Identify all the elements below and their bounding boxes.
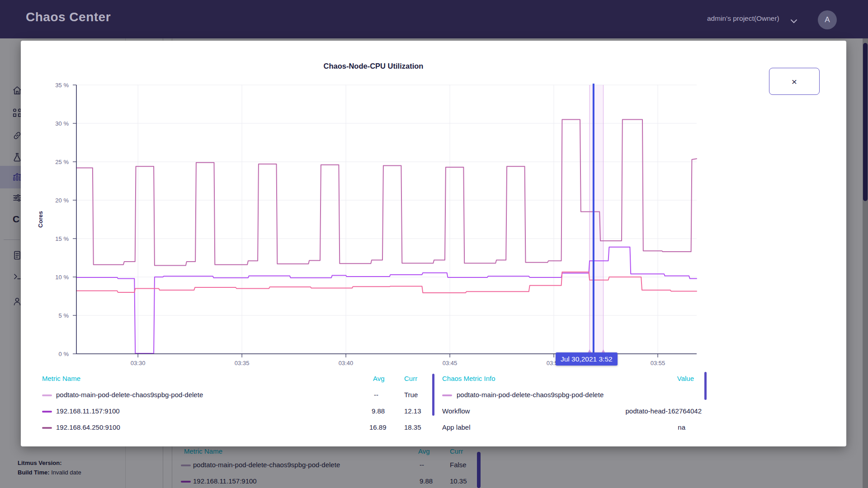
y-tick-label: 25 % [55, 159, 69, 165]
y-tick-label: 15 % [55, 235, 69, 242]
project-selector[interactable]: admin's project(Owner) [707, 14, 779, 23]
app-label-value: na [550, 423, 685, 431]
chart-cursor-tooltip: Jul 30,2021 3:52 [556, 352, 618, 366]
y-axis-title: Cores [37, 211, 44, 228]
series-dash [42, 411, 52, 413]
legend-scrollbar[interactable] [432, 374, 434, 416]
legend-row-label: podtato-main-pod-delete-chaos9spbg-pod-d… [56, 391, 203, 399]
y-tick-label: 30 % [55, 120, 69, 127]
chevron-down-icon[interactable] [790, 17, 797, 25]
col-chaos-metric-info: Chaos Metric Info [442, 375, 495, 382]
series-line-0 [76, 120, 697, 266]
y-tick-label: 35 % [55, 82, 69, 89]
avatar[interactable]: A [818, 10, 837, 29]
x-tick-label: 03:35 [235, 360, 250, 366]
series-dash [42, 394, 52, 396]
legend-row-curr: 18.35 [404, 423, 421, 431]
legend-row-curr: 12.13 [404, 407, 421, 415]
x-tick-label: 03:40 [339, 360, 354, 366]
series-dash [442, 394, 452, 396]
legend-row-avg: -- [374, 391, 378, 399]
y-tick-label: 10 % [55, 274, 69, 281]
col-avg: Avg [373, 375, 385, 382]
close-button[interactable]: × [769, 68, 820, 95]
app-label-label: App label [442, 423, 471, 431]
app-header: Chaos Center admin's project(Owner) A [0, 0, 868, 38]
col-curr: Curr [404, 375, 417, 382]
col-value: Value [649, 375, 694, 382]
legend-row-avg: 16.89 [369, 423, 387, 431]
y-tick-label: 0 % [59, 351, 69, 357]
app-title: Chaos Center [26, 10, 111, 24]
x-tick-label: 03:30 [131, 360, 146, 366]
close-icon: × [792, 77, 797, 86]
y-tick-label: 5 % [59, 312, 69, 319]
node-cpu-utilization-modal: Chaos-Node-CPU Utilization × 0 %5 %10 %1… [21, 41, 846, 446]
x-tick-label: 03:55 [651, 360, 665, 366]
legend-row-label: 192.168.11.157:9100 [56, 407, 120, 415]
legend-row-curr: True [404, 391, 418, 399]
legend-row-label: 192.168.64.250:9100 [56, 423, 120, 431]
series-line-1 [76, 247, 697, 353]
series-line-2 [76, 272, 697, 293]
chaos-metric-name: podtato-main-pod-delete-chaos9spbg-pod-d… [457, 391, 604, 399]
y-tick-label: 20 % [55, 197, 69, 204]
cpu-utilization-chart[interactable]: 0 %5 %10 %15 %20 %25 %30 %35 %03:3003:35… [21, 41, 726, 375]
chaos-info-scrollbar[interactable] [704, 372, 707, 400]
chaos-band [590, 85, 603, 354]
series-dash [42, 427, 52, 429]
col-metric-name: Metric Name [42, 375, 80, 382]
x-tick-label: 03:45 [443, 360, 458, 366]
workflow-label: Workflow [442, 407, 470, 415]
workflow-value: podtato-head-162764042 [566, 407, 702, 415]
legend-row-avg: 9.88 [372, 407, 385, 415]
